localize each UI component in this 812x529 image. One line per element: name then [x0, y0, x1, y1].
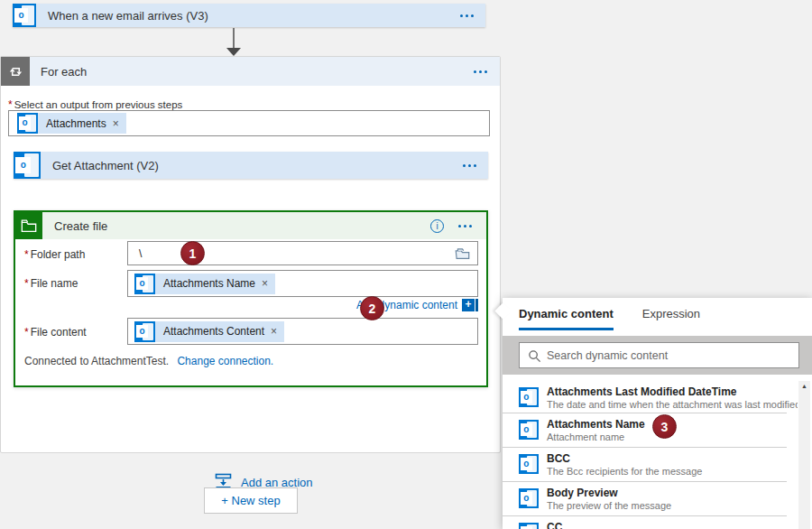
outlook-icon [519, 420, 539, 440]
info-icon[interactable]: i [430, 219, 444, 233]
search-box[interactable] [519, 342, 799, 368]
annotation-badge-3: 3 [652, 414, 677, 439]
get-attachment-title: Get Attachment (V2) [41, 159, 463, 172]
create-file-menu-button[interactable] [458, 225, 472, 227]
dynamic-content-panel: Dynamic content Expression Attachments L… [503, 298, 812, 529]
attachments-content-token[interactable]: Attachments Content × [134, 321, 284, 342]
outlook-icon [134, 321, 155, 342]
new-step-button[interactable]: + New step [204, 487, 298, 514]
attachments-token[interactable]: Attachments × [17, 113, 126, 134]
for-each-scope: For each *Select an output from previous… [0, 56, 501, 453]
get-attachment-menu-button[interactable] [463, 164, 488, 167]
annotation-badge-1: 1 [180, 241, 205, 265]
tab-dynamic-content[interactable]: Dynamic content [519, 307, 614, 330]
create-file-title: Create file [42, 219, 430, 233]
search-icon [528, 349, 541, 363]
folder-picker-icon[interactable] [455, 246, 470, 263]
list-item-attachments-last-modified[interactable]: Attachments Last Modified DateTime The d… [503, 381, 787, 413]
file-name-label: *File name [24, 277, 78, 290]
outlook-icon [134, 274, 155, 294]
list-item-bcc[interactable]: BCC The Bcc recipients for the message [503, 448, 787, 482]
for-each-menu-button[interactable] [474, 70, 500, 73]
outlook-icon [519, 454, 539, 474]
connected-text: Connected to AttachmentTest. [24, 355, 169, 367]
required-marker: * [8, 98, 13, 111]
select-output-input[interactable]: Attachments × [8, 110, 490, 136]
tab-expression[interactable]: Expression [642, 307, 700, 330]
list-item-attachments-name[interactable]: Attachments Name Attachment name [503, 413, 787, 448]
outlook-icon [17, 113, 38, 134]
file-name-input[interactable]: Attachments Name × [127, 270, 478, 297]
trigger-card-when-new-email[interactable]: When a new email arrives (V3) [13, 4, 485, 27]
create-file-card[interactable]: Create file i *Folder path \ *File name [14, 210, 488, 387]
outlook-icon [14, 152, 41, 179]
change-connection-link[interactable]: Change connection. [177, 355, 273, 367]
remove-token-button[interactable]: × [262, 277, 275, 290]
search-band [503, 336, 812, 375]
file-content-input[interactable]: Attachments Content × [127, 318, 478, 345]
annotation-badge-2: 2 [360, 296, 384, 320]
get-attachment-card[interactable]: Get Attachment (V2) [14, 152, 488, 179]
folder-icon [15, 212, 42, 239]
for-each-title: For each [30, 65, 474, 79]
attachments-name-token[interactable]: Attachments Name × [134, 274, 275, 294]
folder-path-label: *Folder path [24, 248, 85, 261]
trigger-title: When a new email arrives (V3) [36, 9, 460, 23]
for-each-header[interactable]: For each [1, 57, 500, 86]
search-input[interactable] [547, 344, 795, 367]
list-item-body-preview[interactable]: Body Preview The preview of the message [503, 482, 787, 516]
outlook-icon [519, 523, 539, 529]
panel-tabs: Dynamic content Expression [519, 307, 700, 330]
scroll-up-icon[interactable]: ▲ [798, 381, 810, 392]
outlook-icon [13, 4, 36, 27]
add-dynamic-content-icon: + [462, 299, 478, 311]
folder-path-value: \ [139, 247, 142, 260]
dynamic-content-list: Attachments Last Modified DateTime The d… [503, 381, 798, 529]
remove-token-button[interactable]: × [113, 117, 126, 130]
trigger-menu-button[interactable] [460, 14, 485, 17]
list-scrollbar[interactable]: ▲ [798, 381, 810, 529]
select-output-label: *Select an output from previous steps [8, 98, 182, 111]
loop-icon [1, 57, 30, 86]
connector-arrow-down [223, 27, 245, 57]
file-content-label: *File content [24, 326, 87, 339]
outlook-icon [519, 387, 539, 407]
outlook-icon [519, 488, 539, 508]
create-file-header[interactable]: Create file i [15, 212, 486, 239]
remove-token-button[interactable]: × [271, 325, 284, 338]
list-item-cc[interactable]: CC [503, 516, 787, 529]
